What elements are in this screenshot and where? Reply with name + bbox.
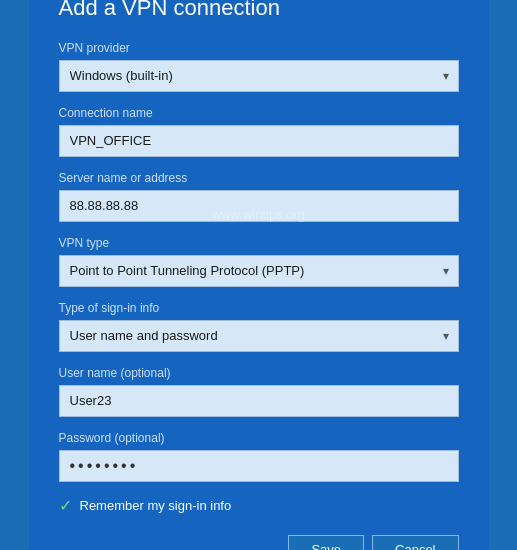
sign-in-type-group: Type of sign-in info User name and passw… xyxy=(59,301,459,352)
dialog-title: Add a VPN connection xyxy=(59,0,459,21)
server-label: Server name or address xyxy=(59,171,459,185)
vpn-provider-select-wrapper: Windows (built-in) ▾ xyxy=(59,60,459,92)
sign-in-type-label: Type of sign-in info xyxy=(59,301,459,315)
password-input[interactable] xyxy=(59,450,459,482)
vpn-provider-label: VPN provider xyxy=(59,41,459,55)
server-input[interactable] xyxy=(59,190,459,222)
server-group: Server name or address xyxy=(59,171,459,222)
vpn-type-select-wrapper: Point to Point Tunneling Protocol (PPTP)… xyxy=(59,255,459,287)
vpn-type-select[interactable]: Point to Point Tunneling Protocol (PPTP) xyxy=(59,255,459,287)
add-vpn-dialog: Add a VPN connection VPN provider Window… xyxy=(29,0,489,550)
connection-name-input[interactable] xyxy=(59,125,459,157)
password-label: Password (optional) xyxy=(59,431,459,445)
vpn-provider-select[interactable]: Windows (built-in) xyxy=(59,60,459,92)
connection-name-label: Connection name xyxy=(59,106,459,120)
vpn-provider-group: VPN provider Windows (built-in) ▾ xyxy=(59,41,459,92)
username-group: User name (optional) xyxy=(59,366,459,417)
remember-row: ✓ Remember my sign-in info xyxy=(59,496,459,515)
vpn-type-group: VPN type Point to Point Tunneling Protoc… xyxy=(59,236,459,287)
connection-name-group: Connection name xyxy=(59,106,459,157)
sign-in-type-select[interactable]: User name and password xyxy=(59,320,459,352)
username-label: User name (optional) xyxy=(59,366,459,380)
button-row: Save Cancel xyxy=(59,535,459,551)
save-button[interactable]: Save xyxy=(288,535,364,551)
cancel-button[interactable]: Cancel xyxy=(372,535,458,551)
password-group: Password (optional) xyxy=(59,431,459,482)
vpn-type-label: VPN type xyxy=(59,236,459,250)
remember-checkmark-icon: ✓ xyxy=(59,496,72,515)
username-input[interactable] xyxy=(59,385,459,417)
sign-in-type-select-wrapper: User name and password ▾ xyxy=(59,320,459,352)
remember-label: Remember my sign-in info xyxy=(80,498,232,513)
